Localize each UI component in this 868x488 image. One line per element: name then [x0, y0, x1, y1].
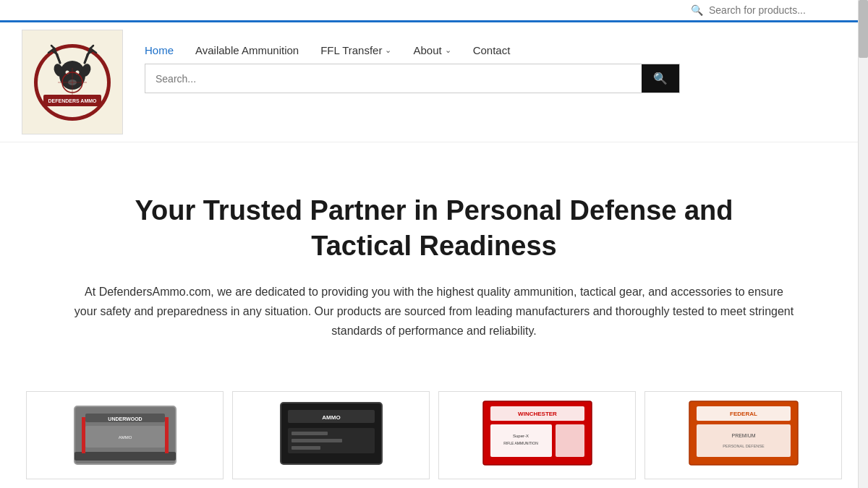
svg-rect-39 — [292, 446, 320, 450]
header: DEFENDERS AMMO Home Available Ammunition… — [0, 22, 868, 142]
svg-text:FEDERAL: FEDERAL — [730, 411, 757, 417]
nav-search-wrapper: Home Available Ammunition FFL Transfer ⌄… — [145, 30, 846, 93]
product-image-2: AMMO — [233, 392, 429, 479]
svg-rect-52 — [697, 424, 791, 457]
ffl-transfer-chevron-icon: ⌄ — [385, 46, 391, 55]
nav-item-about[interactable]: About ⌄ — [413, 44, 451, 56]
dark-box-svg: AMMO — [273, 395, 389, 475]
svg-text:PERSONAL DEFENSE: PERSONAL DEFENSE — [723, 444, 765, 448]
top-search-icon: 🔍 — [691, 4, 703, 16]
main-search-button[interactable]: 🔍 — [642, 64, 679, 93]
svg-text:DEFENDERS AMMO: DEFENDERS AMMO — [48, 98, 97, 103]
product-image-4: FEDERAL PREMIUM PERSONAL DEFENSE — [645, 392, 841, 479]
svg-text:RIFLE AMMUNITION: RIFLE AMMUNITION — [503, 441, 538, 445]
svg-rect-30 — [82, 417, 85, 453]
scrollbar[interactable] — [858, 0, 868, 479]
hero-section: Your Trusted Partner in Personal Defense… — [0, 142, 868, 377]
hero-body: At DefendersAmmo.com, we are dedicated t… — [72, 282, 796, 341]
svg-rect-31 — [165, 417, 169, 453]
svg-text:Super-X: Super-X — [512, 434, 528, 438]
logo-wrapper: DEFENDERS AMMO — [22, 30, 123, 134]
winchester-box-svg: WINCHESTER Super-X RIFLE AMMUNITION — [480, 395, 595, 475]
svg-line-9 — [90, 46, 93, 48]
products-row: UNDERWOOD AMMO AMMO — [0, 377, 868, 479]
svg-rect-38 — [292, 439, 342, 442]
top-search-bar: 🔍 — [0, 0, 868, 22]
main-nav: Home Available Ammunition FFL Transfer ⌄… — [145, 30, 846, 64]
nav-item-contact[interactable]: Contact — [473, 44, 511, 56]
scrollbar-thumb[interactable] — [859, 0, 868, 58]
about-chevron-icon: ⌄ — [445, 46, 451, 55]
product-card-1[interactable]: UNDERWOOD AMMO — [26, 391, 224, 479]
top-search-input[interactable] — [709, 4, 854, 16]
product-image-3: WINCHESTER Super-X RIFLE AMMUNITION — [439, 392, 635, 479]
svg-text:WINCHESTER: WINCHESTER — [518, 411, 557, 417]
product-card-4[interactable]: FEDERAL PREMIUM PERSONAL DEFENSE — [644, 391, 842, 479]
nav-item-ffl-transfer[interactable]: FFL Transfer ⌄ — [320, 44, 391, 56]
nav-item-available-ammunition[interactable]: Available Ammunition — [195, 44, 299, 56]
svg-line-4 — [51, 46, 54, 48]
main-search-bar: 🔍 — [145, 64, 680, 93]
svg-text:AMMO: AMMO — [322, 414, 340, 421]
svg-rect-37 — [292, 432, 328, 435]
product-image-1: UNDERWOOD AMMO — [27, 392, 223, 479]
svg-text:PREMIUM: PREMIUM — [731, 433, 755, 438]
underwood-box-svg: UNDERWOOD AMMO — [67, 395, 183, 475]
svg-rect-47 — [556, 424, 584, 457]
search-icon: 🔍 — [653, 72, 668, 85]
hero-heading: Your Trusted Partner in Personal Defense… — [109, 193, 760, 265]
product-card-3[interactable]: WINCHESTER Super-X RIFLE AMMUNITION — [438, 391, 636, 479]
svg-text:UNDERWOOD: UNDERWOOD — [108, 416, 142, 421]
orange-box-svg: FEDERAL PREMIUM PERSONAL DEFENSE — [686, 395, 801, 475]
svg-text:AMMO: AMMO — [118, 435, 132, 440]
nav-item-home[interactable]: Home — [145, 44, 174, 56]
main-search-input[interactable] — [145, 66, 642, 92]
logo-image: DEFENDERS AMMO — [33, 43, 112, 122]
svg-rect-29 — [75, 452, 176, 461]
product-card-2[interactable]: AMMO — [232, 391, 430, 479]
